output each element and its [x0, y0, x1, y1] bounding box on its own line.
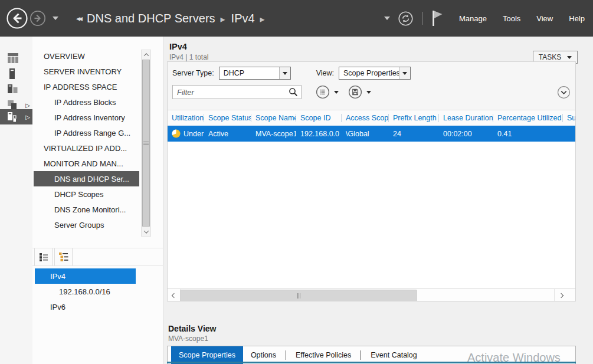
under-utilization-icon [172, 129, 181, 138]
all-servers-glyph [7, 84, 18, 95]
column-header-prefix-length[interactable]: Prefix Length [389, 110, 439, 126]
all-servers-icon[interactable] [0, 82, 32, 97]
scroll-down-button[interactable] [142, 227, 150, 236]
nav-item-ip-address-range-g[interactable]: IP Address Range G... [34, 125, 139, 140]
nav-item-ip-address-blocks[interactable]: IP Address Blocks [34, 94, 139, 110]
scrollbar-thumb[interactable] [142, 60, 150, 227]
refresh-icon[interactable] [398, 11, 414, 27]
details-view-subtitle: MVA-scope1 [168, 335, 208, 343]
breadcrumb-collapse-icon[interactable]: ◂◂ [76, 14, 81, 23]
menu-manage[interactable]: Manage [459, 14, 487, 23]
nav-item-overview[interactable]: OVERVIEW [34, 48, 139, 64]
column-header-access-scope[interactable]: Access Scope [342, 110, 389, 126]
tasks-dropdown-icon [567, 56, 572, 59]
menu-tools[interactable]: Tools [503, 14, 520, 23]
server-type-value: DHCP [219, 67, 279, 79]
topbar-right-controls: ManageToolsViewHelp [384, 9, 593, 28]
tasks-button-label: TASKS [539, 53, 561, 61]
scroll-up-button[interactable] [142, 50, 150, 59]
filter-input[interactable] [172, 85, 302, 99]
nav-item-dns-zone-monitori[interactable]: DNS Zone Monitori... [34, 202, 139, 217]
search-icon[interactable] [289, 87, 298, 99]
tab-separator [286, 350, 286, 360]
top-nav-bar: ◂◂ DNS and DHCP Servers ▸ IPv4 ▸ ManageT… [0, 0, 593, 37]
cell-scope-id: 192.168.0.0 [296, 126, 342, 142]
menu-help[interactable]: Help [569, 14, 585, 23]
forward-button[interactable] [30, 10, 46, 27]
cell-text: Active [208, 130, 228, 138]
dashboard-glyph [7, 53, 19, 63]
nav-item-server-groups[interactable]: Server Groups [34, 217, 139, 232]
expand-arrow-icon[interactable]: ▷ [25, 114, 30, 120]
menu-view[interactable]: View [536, 14, 553, 23]
view-label: View: [316, 69, 334, 77]
table-row[interactable]: UnderActiveMVA-scope1192.168.0.0\Global2… [168, 126, 575, 142]
scroll-right-button[interactable] [554, 289, 567, 301]
combo-dropdown-button[interactable] [399, 67, 410, 79]
save-query-button[interactable] [348, 85, 371, 99]
local-server-icon[interactable] [0, 66, 32, 81]
scrollbar-thumb[interactable] [181, 290, 417, 301]
results-toolbar: Server Type: DHCP View: Scope Properties [168, 62, 575, 110]
breadcrumb-separator-icon: ▸ [260, 14, 265, 25]
cell-prefix-length: 24 [389, 126, 439, 142]
scope-results-panel: Server Type: DHCP View: Scope Properties [167, 61, 576, 301]
cell-text: Under [184, 130, 204, 138]
nav-item-dhcp-scopes[interactable]: DHCP Scopes [34, 186, 139, 202]
column-header-utilization[interactable]: Utilization [168, 110, 204, 126]
menu-bar: ManageToolsViewHelp [459, 14, 585, 23]
topbar-divider [422, 12, 422, 25]
ipam-icon[interactable]: ▷ [0, 109, 32, 124]
expand-collapse-icon[interactable] [557, 86, 571, 101]
filter-box [172, 85, 302, 99]
tab-separator [361, 350, 361, 360]
cell-utilization: Under [168, 126, 204, 142]
nav-item-ip-address-space[interactable]: IP ADDRESS SPACE [34, 79, 139, 94]
show-criteria-button[interactable] [316, 85, 339, 99]
tree-item-192-168-0-0-16[interactable]: 192.168.0.0/16 [35, 284, 136, 299]
breadcrumb-separator-icon: ▸ [221, 14, 225, 25]
column-header-supe[interactable]: Supe [563, 110, 575, 126]
nav-item-server-inventory[interactable]: SERVER INVENTORY [34, 64, 139, 79]
server-type-select[interactable]: DHCP [219, 67, 291, 80]
cell-scope-name: MVA-scope1 [251, 126, 296, 142]
column-header-scope-id[interactable]: Scope ID [296, 110, 342, 126]
view-select[interactable]: Scope Properties [339, 67, 411, 80]
address-tree: IPv4192.168.0.0/16IPv6 [32, 268, 163, 314]
breadcrumb-item-dns-dhcp-servers[interactable]: DNS and DHCP Servers [87, 12, 215, 25]
table-header-row: UtilizationScope StatusScope NameScope I… [168, 110, 575, 126]
nav-item-dns-and-dhcp-ser[interactable]: DNS and DHCP Ser... [34, 171, 139, 186]
expand-arrow-icon[interactable]: ▷ [25, 102, 30, 109]
column-header-scope-name[interactable]: Scope Name [251, 110, 296, 126]
column-header-lease-duration[interactable]: Lease Duration [439, 110, 493, 126]
horizontal-scrollbar[interactable] [168, 288, 575, 301]
cell-supe [563, 126, 575, 142]
dashboard-icon[interactable] [0, 50, 32, 65]
cell-scope-status: Active [204, 126, 251, 142]
refresh-dropdown-icon[interactable] [384, 17, 390, 20]
back-button[interactable] [6, 7, 28, 29]
notifications-flag-icon[interactable] [431, 9, 444, 28]
nav-history-dropdown-icon[interactable] [53, 17, 58, 20]
column-header-scope-status[interactable]: Scope Status [204, 110, 251, 126]
sidebar-icon-strip: ▷ ▷ [0, 37, 32, 364]
tree-item-ipv6[interactable]: IPv6 [35, 299, 136, 314]
tree-item-ipv4[interactable]: IPv4 [35, 268, 136, 284]
nav-item-ip-address-inventory[interactable]: IP Address Inventory [34, 110, 139, 125]
tree-view-icon[interactable] [54, 248, 73, 265]
cell-text: MVA-scope1 [255, 130, 296, 138]
cell-text: 24 [393, 130, 401, 138]
cell-text: 192.168.0.0 [300, 130, 339, 138]
scroll-left-button[interactable] [168, 289, 181, 301]
view-value: Scope Properties [339, 67, 399, 79]
column-header-percentage-utilized[interactable]: Percentage Utilized [493, 110, 563, 126]
cell-lease-duration: 00:02:00 [439, 126, 493, 142]
nav-item-monitor-and-man[interactable]: MONITOR AND MAN... [34, 156, 139, 171]
combo-dropdown-button[interactable] [279, 67, 290, 79]
list-view-icon[interactable] [34, 248, 53, 265]
cell-text: 00:02:00 [443, 130, 472, 138]
nav-scrollbar[interactable] [141, 50, 151, 237]
cell-text: \Global [346, 130, 369, 138]
nav-item-virtualized-ip-add[interactable]: VIRTUALIZED IP ADD... [34, 140, 139, 156]
breadcrumb-item-ipv4[interactable]: IPv4 [231, 12, 255, 25]
